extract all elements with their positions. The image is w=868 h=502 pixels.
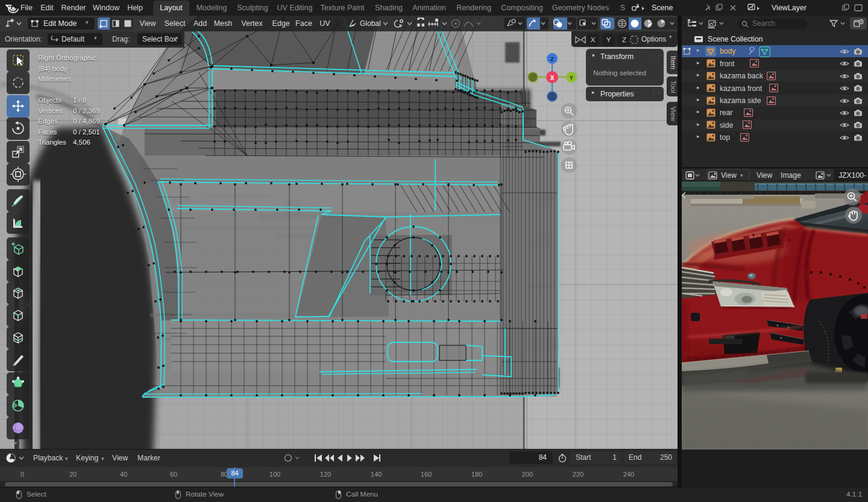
- svg-text:Global: Global: [360, 19, 381, 28]
- svg-text:X: X: [550, 75, 555, 81]
- svg-text:Z: Z: [550, 55, 554, 62]
- svg-text:Y: Y: [570, 74, 574, 81]
